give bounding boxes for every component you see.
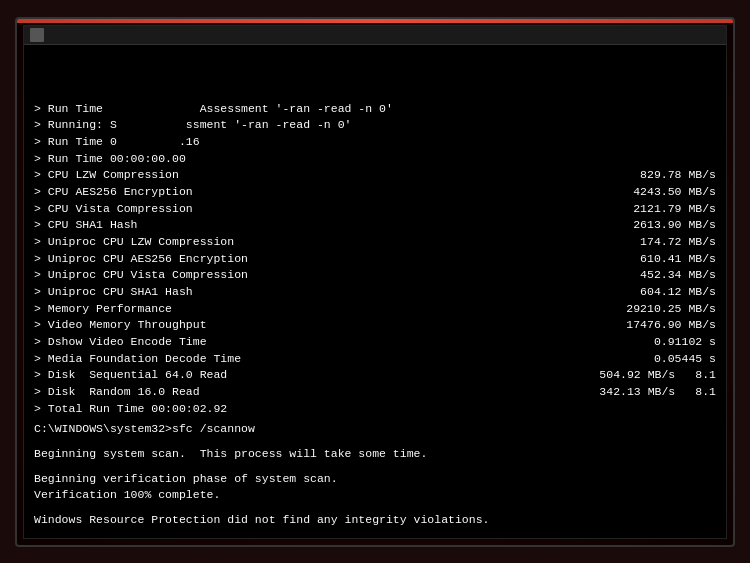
line-value: 0.05445 s xyxy=(606,351,716,368)
terminal-data-line: > Uniproc CPU AES256 Encryption610.41 MB… xyxy=(34,251,716,268)
terminal-data-line: > CPU SHA1 Hash2613.90 MB/s xyxy=(34,217,716,234)
title-bar xyxy=(24,26,726,45)
terminal-data-line: > Disk Sequential 64.0 Read504.92 MB/s8.… xyxy=(34,367,716,384)
line-label: > Memory Performance xyxy=(34,301,324,318)
line-value: 4243.50 MB/s xyxy=(606,184,716,201)
terminal-data-line: > CPU LZW Compression829.78 MB/s xyxy=(34,167,716,184)
outer-frame: > Run Time Assessment '-ran -read -n 0'>… xyxy=(15,17,735,547)
command-output-line xyxy=(34,504,716,512)
terminal-line: > Run Time 00:00:00.00 xyxy=(34,151,716,168)
command-output-line xyxy=(34,438,716,446)
command-output-line: Beginning system scan. This process will… xyxy=(34,446,716,463)
line-label: > CPU AES256 Encryption xyxy=(34,184,324,201)
line-label: > Video Memory Throughput xyxy=(34,317,324,334)
terminal-data-line: > Disk Random 16.0 Read342.13 MB/s8.1 xyxy=(34,384,716,401)
line-value2: 8.1 xyxy=(695,367,716,384)
terminal-data-line: > Media Foundation Decode Time0.05445 s xyxy=(34,351,716,368)
command-output-line: Beginning verification phase of system s… xyxy=(34,471,716,488)
terminal-window: > Run Time Assessment '-ran -read -n 0'>… xyxy=(23,25,727,539)
line-label: > Disk Sequential 64.0 Read xyxy=(34,367,324,384)
line-label: > Uniproc CPU LZW Compression xyxy=(34,234,324,251)
line-value: 0.91102 s xyxy=(606,334,716,351)
terminal-line: > Run Time 0 .16 xyxy=(34,134,716,151)
terminal-line: > Total Run Time 00:00:02.92 xyxy=(34,401,716,418)
terminal-data-line: > Video Memory Throughput17476.90 MB/s xyxy=(34,317,716,334)
command-output-line: Windows Resource Protection did not find… xyxy=(34,512,716,529)
line-label: > Uniproc CPU Vista Compression xyxy=(34,267,324,284)
line-value: 174.72 MB/s xyxy=(606,234,716,251)
line-value: 604.12 MB/s xyxy=(606,284,716,301)
line-label: > Media Foundation Decode Time xyxy=(34,351,324,368)
terminal-data-line: > CPU AES256 Encryption4243.50 MB/s xyxy=(34,184,716,201)
line-label: > CPU LZW Compression xyxy=(34,167,324,184)
line-value: 2613.90 MB/s xyxy=(606,217,716,234)
terminal-line: > Run Time Assessment '-ran -read -n 0' xyxy=(34,101,716,118)
line-value: 452.34 MB/s xyxy=(606,267,716,284)
line-label: > CPU SHA1 Hash xyxy=(34,217,324,234)
line-label: > Uniproc CPU AES256 Encryption xyxy=(34,251,324,268)
command-output-line: Verification 100% complete. xyxy=(34,487,716,504)
line-label: > Uniproc CPU SHA1 Hash xyxy=(34,284,324,301)
line-value: 829.78 MB/s xyxy=(606,167,716,184)
title-bar-icon xyxy=(30,28,44,42)
terminal-data-line: > Memory Performance29210.25 MB/s xyxy=(34,301,716,318)
final-prompt-text: C:\WINDOWS\system32> xyxy=(34,538,172,539)
cursor xyxy=(172,538,180,539)
line-value: 342.13 MB/s xyxy=(565,384,675,401)
command-output-line xyxy=(34,463,716,471)
line-value: 610.41 MB/s xyxy=(606,251,716,268)
terminal-data-line: > Uniproc CPU LZW Compression174.72 MB/s xyxy=(34,234,716,251)
command-output-line xyxy=(34,529,716,537)
terminal-line: > Running: S ssment '-ran -read -n 0' xyxy=(34,117,716,134)
terminal-data-line: > Uniproc CPU SHA1 Hash604.12 MB/s xyxy=(34,284,716,301)
line-value: 29210.25 MB/s xyxy=(606,301,716,318)
terminal-content: > Run Time Assessment '-ran -read -n 0'>… xyxy=(34,51,716,539)
line-value: 17476.90 MB/s xyxy=(606,317,716,334)
terminal-data-line: > Dshow Video Encode Time0.91102 s xyxy=(34,334,716,351)
terminal-data-line: > Uniproc CPU Vista Compression452.34 MB… xyxy=(34,267,716,284)
line-value: 2121.79 MB/s xyxy=(606,201,716,218)
command-prompt-line: C:\WINDOWS\system32>sfc /scannow xyxy=(34,421,716,438)
line-label: > CPU Vista Compression xyxy=(34,201,324,218)
line-label: > Dshow Video Encode Time xyxy=(34,334,324,351)
final-prompt-line: C:\WINDOWS\system32> xyxy=(34,537,716,539)
line-value: 504.92 MB/s xyxy=(565,367,675,384)
line-label: > Disk Random 16.0 Read xyxy=(34,384,324,401)
terminal-data-line: > CPU Vista Compression2121.79 MB/s xyxy=(34,201,716,218)
line-value2: 8.1 xyxy=(695,384,716,401)
